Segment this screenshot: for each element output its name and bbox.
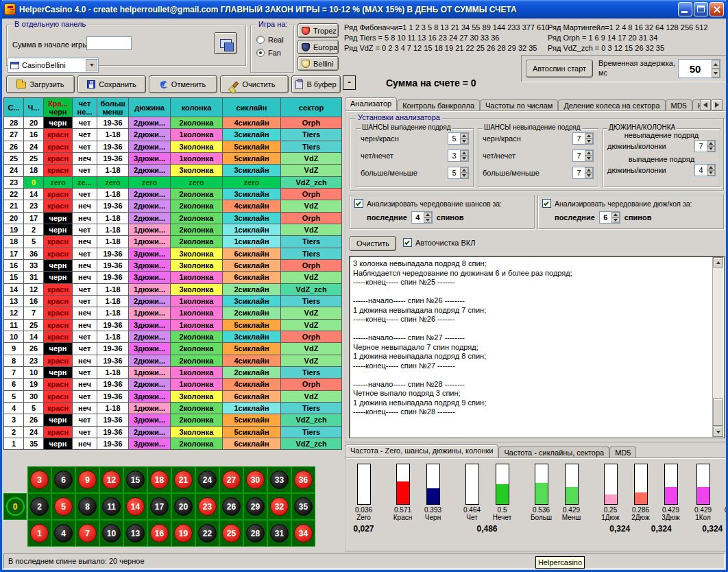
table-row[interactable]: 1633черннеч19-363дюжи...3колонка6сиклайн… (4, 260, 342, 272)
tab-scroll-right-button[interactable] (712, 99, 723, 110)
table-row[interactable]: 530краснчет19-363дюжи...3колонка6сиклайн… (4, 391, 342, 403)
table-row[interactable]: 135черннеч19-363дюжи...2колонка6сиклайнV… (4, 438, 342, 450)
alt-dozens-checkbox[interactable] (542, 199, 551, 208)
analyzer-tab-1[interactable]: Анализатор (345, 97, 397, 111)
roulette-number-0[interactable]: 0 (6, 497, 25, 516)
roulette-cell[interactable]: 17 (147, 493, 171, 520)
roulette-cell[interactable]: 25 (219, 520, 243, 547)
roulette-cell[interactable]: 26 (219, 493, 243, 520)
roulette-cell[interactable]: 1 (27, 520, 51, 547)
roulette-cell[interactable]: 24 (195, 466, 219, 493)
roulette-number-12[interactable]: 12 (102, 470, 121, 489)
roulette-cell[interactable]: 7 (75, 520, 99, 547)
roulette-number-33[interactable]: 33 (270, 470, 289, 489)
spinner-value[interactable]: 4 (412, 212, 424, 223)
roulette-cell[interactable]: 31 (267, 520, 291, 547)
roulette-number-34[interactable]: 34 (294, 524, 313, 543)
roulette-cell[interactable]: 29 (243, 493, 267, 520)
roulette-number-25[interactable]: 25 (222, 524, 241, 543)
analyzer-tab-5[interactable]: MD5 (666, 99, 692, 111)
roulette-number-30[interactable]: 30 (246, 470, 265, 489)
roulette-cell[interactable]: 6 (51, 466, 75, 493)
alt-dozens-spinner[interactable]: 6 (599, 211, 620, 224)
table-row[interactable]: 1014краснчет1-182дюжи...2колонка3сиклайн… (4, 331, 342, 343)
table-row[interactable]: 230zeroze...zerozerozerozeroVdZ_zch (4, 177, 342, 189)
table-row[interactable]: 45красннеч1-181дюжи...2колонка1сиклайнTi… (4, 403, 342, 414)
roulette-cell[interactable]: 36 (291, 466, 315, 493)
roulette-cell[interactable]: 14 (123, 493, 147, 520)
spinner-value[interactable]: 5 (448, 167, 460, 178)
roulette-number-8[interactable]: 8 (78, 497, 97, 516)
table-row[interactable]: 1531черннеч19-363дюжи...1колонка6сиклайн… (4, 272, 342, 283)
roulette-number-10[interactable]: 10 (102, 524, 121, 543)
table-row[interactable]: 710чернчет1-181дюжи...1колонка2сиклайнTi… (4, 367, 342, 379)
roulette-cell[interactable]: 21 (171, 466, 195, 493)
roulette-cell[interactable]: 15 (123, 466, 147, 493)
tab-scroll-left-button[interactable] (700, 99, 711, 110)
scroll-thumb[interactable] (713, 398, 723, 426)
spin-down[interactable] (585, 173, 593, 178)
roulette-number-5[interactable]: 5 (54, 497, 73, 516)
roulette-number-29[interactable]: 29 (246, 497, 265, 516)
spin-up[interactable] (712, 60, 720, 69)
spin-down[interactable] (460, 139, 468, 144)
radio-option-real[interactable]: Real (256, 36, 284, 44)
table-row[interactable]: 192чернчет1-181дюжи...2колонка1сиклайнVd… (4, 224, 342, 236)
roulette-number-28[interactable]: 28 (246, 524, 265, 543)
spin-up[interactable] (585, 167, 593, 173)
roulette-zero-cell[interactable]: 0 (3, 493, 27, 520)
freq-tab-2[interactable]: Частота - сиклайны, сектора (498, 446, 609, 458)
table-row[interactable]: 1412краснчет1-181дюжи...3колонка2сиклайн… (4, 284, 342, 296)
collapse-button[interactable]: - (343, 75, 356, 90)
roulette-cell[interactable]: 28 (243, 520, 267, 547)
miss-spinner-3[interactable]: 7 (572, 167, 594, 179)
log-scrollbar[interactable] (712, 257, 723, 437)
radio-fan[interactable] (256, 49, 265, 57)
toolbar-button[interactable]: Сохранить (77, 75, 146, 93)
freq-tab-1[interactable]: Частота - Zero, шансы, дюжины, колонки (345, 444, 498, 458)
roulette-number-22[interactable]: 22 (198, 524, 217, 543)
roulette-number-26[interactable]: 26 (222, 497, 241, 516)
roulette-number-19[interactable]: 19 (174, 524, 193, 543)
minimize-button[interactable] (678, 2, 692, 16)
roulette-cell[interactable]: 18 (147, 466, 171, 493)
toolbar-button[interactable]: Загрузить (6, 75, 75, 93)
casino-button-tropez[interactable]: Tropez (298, 23, 339, 38)
autospin-start-button[interactable]: Автоспин старт (526, 60, 593, 78)
roulette-number-18[interactable]: 18 (150, 470, 169, 489)
spin-up[interactable] (460, 150, 468, 156)
spinner-value[interactable]: 3 (448, 150, 460, 161)
start-sum-input[interactable] (86, 36, 132, 50)
roulette-number-32[interactable]: 32 (270, 497, 289, 516)
table-row[interactable]: 224краснчет19-362дюжи...3колонка5сиклайн… (4, 427, 342, 438)
radio-real[interactable] (256, 36, 265, 44)
spin-up[interactable] (460, 133, 468, 139)
roulette-number-7[interactable]: 7 (78, 524, 97, 543)
roulette-number-35[interactable]: 35 (294, 497, 313, 516)
roulette-cell[interactable]: 11 (99, 493, 123, 520)
roulette-cell[interactable]: 32 (267, 493, 291, 520)
spinner-value[interactable]: 6 (600, 212, 611, 223)
table-row[interactable]: 185красннеч1-181дюжи...2колонка1сиклайнT… (4, 236, 342, 248)
analyzer-tab-3[interactable]: Частоты по числам (480, 99, 558, 111)
roulette-number-13[interactable]: 13 (126, 524, 145, 543)
spin-down[interactable] (712, 69, 720, 78)
table-row[interactable]: 926чернчет19-363дюжи...2колонка5сиклайнV… (4, 343, 342, 355)
freq-tab-3[interactable]: MD5 (609, 446, 636, 458)
table-row[interactable]: 1316краснчет1-182дюжи...1колонка3сиклайн… (4, 296, 342, 307)
roulette-number-1[interactable]: 1 (30, 524, 49, 543)
spinner-value[interactable]: 5 (448, 133, 460, 144)
spin-down[interactable] (585, 156, 593, 161)
table-row[interactable]: 326чернчет19-363дюжи...2колонка5сиклайнV… (4, 414, 342, 426)
roulette-cell[interactable]: 8 (75, 493, 99, 520)
spinner-value[interactable]: 7 (573, 150, 585, 161)
roulette-cell[interactable]: 23 (195, 493, 219, 520)
spinner-value[interactable]: 7 (695, 141, 707, 152)
casino-button-bellini[interactable]: Bellini (298, 56, 339, 71)
clear-log-button[interactable]: Очистить (350, 236, 396, 251)
analyzer-tab-2[interactable]: Контроль банкролла (397, 99, 480, 111)
spin-down[interactable] (460, 156, 468, 161)
roulette-cell[interactable]: 4 (51, 520, 75, 547)
roulette-number-11[interactable]: 11 (102, 497, 121, 516)
table-row[interactable]: 2214краснчет1-182дюжи...2колонка3сиклайн… (4, 189, 342, 200)
